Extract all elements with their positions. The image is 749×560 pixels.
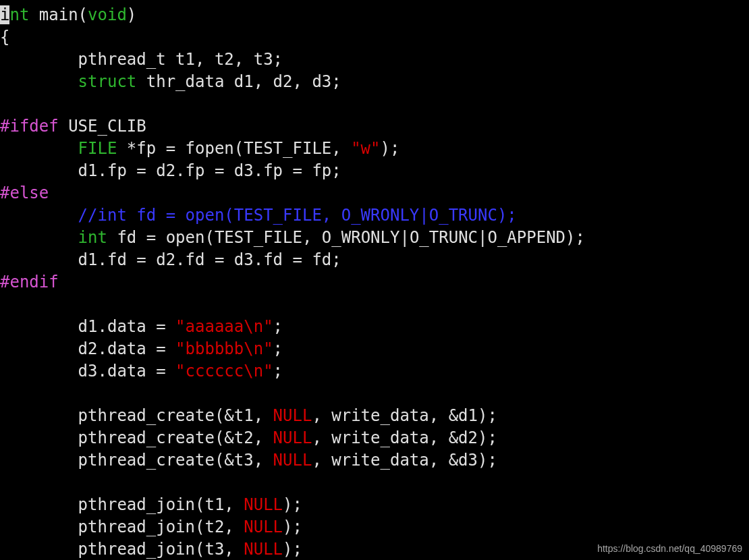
code-text: );	[283, 540, 302, 559]
code-text: ;	[273, 317, 283, 336]
code-line: int fd = open(TEST_FILE, O_WRONLY|O_TRUN…	[0, 228, 585, 247]
code-text: *fp = fopen(TEST_FILE,	[117, 139, 351, 158]
code-line: pthread_create(&t3, NULL, write_data, &d…	[0, 451, 497, 470]
type-keyword: void	[88, 5, 127, 24]
code-text: d3.data =	[0, 362, 175, 381]
code-line: pthread_join(t2, NULL);	[0, 517, 302, 536]
null-keyword: NULL	[244, 517, 283, 536]
code-text: ;	[273, 362, 283, 381]
code-line: {	[0, 28, 9, 47]
code-text: , write_data, &d2);	[312, 428, 497, 447]
code-line: d3.data = "cccccc\n";	[0, 362, 283, 381]
code-line: pthread_create(&t2, NULL, write_data, &d…	[0, 428, 497, 447]
preproc-keyword: #ifdef	[0, 117, 59, 136]
code-text: , write_data, &d1);	[312, 406, 497, 425]
null-keyword: NULL	[244, 495, 283, 514]
code-text: thr_data d1, d2, d3;	[136, 72, 341, 91]
code-text: );	[283, 517, 302, 536]
code-text: , write_data, &d3);	[312, 451, 497, 470]
code-text: main(	[29, 5, 88, 24]
code-line: pthread_join(t1, NULL);	[0, 495, 302, 514]
code-text	[0, 72, 78, 91]
code-line: pthread_join(t3, NULL);	[0, 540, 302, 559]
watermark: https://blog.csdn.net/qq_40989769	[597, 544, 742, 553]
code-line: struct thr_data d1, d2, d3;	[0, 72, 341, 91]
null-keyword: NULL	[244, 540, 283, 559]
comment: //int fd = open(TEST_FILE, O_WRONLY|O_TR…	[78, 206, 517, 225]
code-text: d2.data =	[0, 339, 175, 358]
code-text	[0, 139, 78, 158]
string-literal: "w"	[351, 139, 380, 158]
code-line: d1.fd = d2.fd = d3.fd = fd;	[0, 250, 341, 269]
code-line: int main(void)	[0, 5, 136, 24]
code-line: //int fd = open(TEST_FILE, O_WRONLY|O_TR…	[0, 206, 517, 225]
string-literal: "aaaaaa\n"	[175, 317, 273, 336]
code-line: d2.data = "bbbbbb\n";	[0, 339, 283, 358]
code-text: );	[283, 495, 302, 514]
code-text: ;	[273, 339, 283, 358]
preproc-keyword: #endif	[0, 273, 59, 291]
code-text: );	[381, 139, 400, 158]
code-line: FILE *fp = fopen(TEST_FILE, "w");	[0, 139, 399, 158]
code-line: #ifdef USE_CLIB	[0, 117, 146, 136]
null-keyword: NULL	[273, 406, 312, 425]
code-line: d1.data = "aaaaaa\n";	[0, 317, 283, 336]
code-text: USE_CLIB	[59, 117, 146, 136]
code-text	[0, 206, 78, 225]
type-keyword: nt	[9, 5, 29, 24]
null-keyword: NULL	[273, 451, 312, 470]
code-line: pthread_t t1, t2, t3;	[0, 50, 283, 69]
code-text: pthread_join(t3,	[0, 540, 244, 559]
code-text: pthread_join(t1,	[0, 495, 244, 514]
code-text: pthread_create(&t1,	[0, 406, 273, 425]
code-text: fd = open(TEST_FILE, O_WRONLY|O_TRUNC|O_…	[107, 228, 585, 247]
preproc-keyword: #else	[0, 184, 49, 202]
string-literal: "bbbbbb\n"	[175, 339, 273, 358]
code-text	[0, 228, 78, 247]
code-text: pthread_create(&t2,	[0, 428, 273, 447]
code-line: pthread_create(&t1, NULL, write_data, &d…	[0, 406, 497, 425]
type-keyword: int	[78, 228, 107, 247]
type-keyword: FILE	[78, 139, 117, 158]
code-text: pthread_create(&t3,	[0, 451, 273, 470]
code-text: )	[127, 5, 136, 24]
null-keyword: NULL	[273, 428, 312, 447]
code-editor[interactable]: int main(void) { pthread_t t1, t2, t3; s…	[0, 0, 749, 560]
type-keyword: struct	[78, 72, 137, 91]
code-text: pthread_join(t2,	[0, 517, 244, 536]
cursor: i	[0, 5, 9, 24]
string-literal: "cccccc\n"	[175, 362, 273, 381]
code-text: d1.data =	[0, 317, 175, 336]
code-line: d1.fp = d2.fp = d3.fp = fp;	[0, 161, 341, 180]
